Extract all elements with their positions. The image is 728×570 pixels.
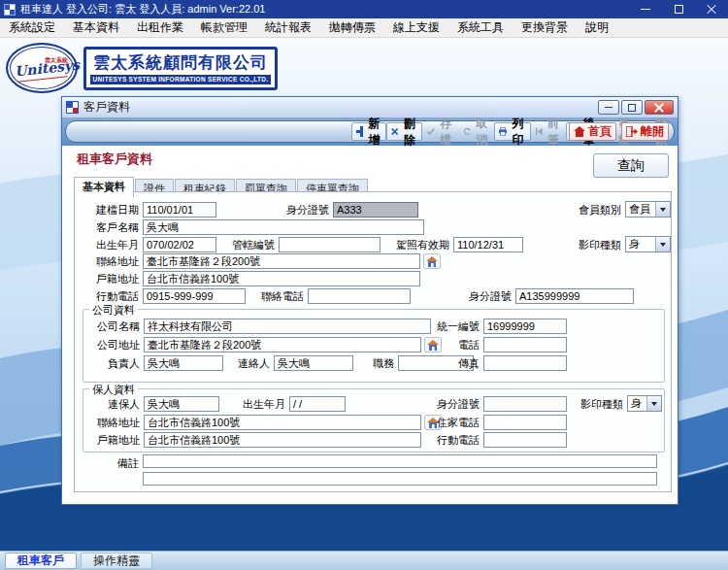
child-window-controls bbox=[598, 100, 678, 115]
contact-address-label: 聯絡地址 bbox=[84, 254, 139, 269]
home-phone-label: 住家電話 bbox=[425, 416, 480, 430]
delete-button[interactable]: 刪除 bbox=[386, 122, 421, 141]
guarantor-name-label: 連保人 bbox=[85, 397, 140, 412]
main-titlebar: 租車達人 登入公司: 雲太 登入人員: admin Ver:22.01 bbox=[0, 0, 728, 18]
company-phone-label: 電話 bbox=[425, 338, 480, 352]
minimize-icon bbox=[641, 9, 650, 10]
maximize-button[interactable] bbox=[662, 0, 695, 18]
add-button[interactable]: 新增 bbox=[351, 122, 386, 141]
member-type-label: 會員類別 bbox=[565, 203, 621, 218]
query-button[interactable]: 查詢 bbox=[593, 153, 669, 178]
company-name-label: 公司名稱 bbox=[85, 319, 140, 334]
home-icon bbox=[574, 126, 585, 137]
id-number-label: 身分證號 bbox=[457, 289, 512, 304]
window-controls bbox=[629, 0, 728, 18]
chevron-down-icon bbox=[646, 396, 661, 411]
minimize-button[interactable] bbox=[629, 0, 662, 18]
contact-address-input[interactable] bbox=[143, 253, 420, 269]
guarantor-birth-input[interactable] bbox=[289, 396, 346, 412]
guarantor-contact-address-label: 聯絡地址 bbox=[85, 416, 140, 430]
taskbar-item-rental-customer[interactable]: 租車客戶 bbox=[5, 553, 77, 569]
main-window-title: 租車達人 登入公司: 雲太 登入人員: admin Ver:22.01 bbox=[20, 2, 265, 17]
tab-basic-data[interactable]: 基本資料 bbox=[74, 177, 134, 197]
home-button[interactable]: 首頁 bbox=[569, 122, 616, 141]
menu-item-rental-ops[interactable]: 出租作業 bbox=[128, 17, 192, 38]
menu-item-system-settings[interactable]: 系統設定 bbox=[0, 17, 64, 38]
menu-item-accounts[interactable]: 帳款管理 bbox=[192, 17, 256, 38]
print-button[interactable]: 列印 bbox=[494, 122, 530, 141]
guarantor-id-label: 身分證號 bbox=[425, 397, 480, 412]
fax-input[interactable] bbox=[483, 355, 567, 371]
unitesys-oval-logo-icon: Unitesys 雲太系統 bbox=[6, 43, 78, 93]
guarantor-name-input[interactable] bbox=[144, 396, 219, 412]
home-phone-input[interactable] bbox=[483, 415, 567, 430]
owner-label: 負責人 bbox=[85, 356, 140, 371]
company-logo: Unitesys 雲太系統 雲太系統顧問有限公司 UNITESYS SYSTEM… bbox=[6, 43, 278, 93]
contact-person-input[interactable] bbox=[274, 355, 353, 371]
id-number-input[interactable] bbox=[515, 288, 634, 304]
contact-phone-input[interactable] bbox=[308, 288, 411, 304]
close-icon bbox=[707, 5, 716, 15]
menu-item-vouchers[interactable]: 拋轉傳票 bbox=[320, 17, 384, 38]
house-icon bbox=[426, 256, 438, 267]
menu-item-help[interactable]: 說明 bbox=[577, 17, 617, 38]
company-address-label: 公司地址 bbox=[85, 338, 140, 352]
x-icon bbox=[391, 126, 398, 137]
copy-type-select[interactable]: 身 bbox=[625, 236, 671, 252]
menu-item-system-tools[interactable]: 系統工具 bbox=[448, 17, 513, 38]
company-address-input[interactable] bbox=[144, 337, 421, 352]
undo-icon bbox=[463, 126, 471, 137]
jurisdiction-input[interactable] bbox=[279, 237, 381, 252]
remark-line1-input[interactable] bbox=[143, 454, 657, 468]
child-close-button[interactable] bbox=[645, 100, 674, 115]
map-home-button[interactable] bbox=[423, 253, 441, 269]
guarantor-registered-address-input[interactable] bbox=[144, 432, 421, 448]
child-maximize-icon bbox=[628, 104, 636, 112]
job-title-label: 職務 bbox=[357, 356, 394, 371]
copy-type-label: 影印種類 bbox=[565, 238, 621, 252]
guarantor-section-title: 保人資料 bbox=[89, 383, 138, 397]
company-name-input[interactable] bbox=[144, 319, 431, 334]
mobile-input[interactable] bbox=[143, 288, 246, 304]
guarantor-mobile-input[interactable] bbox=[483, 432, 567, 448]
previous-record-button[interactable]: 前筆 bbox=[531, 122, 566, 141]
owner-input[interactable] bbox=[144, 355, 223, 371]
menu-item-online-support[interactable]: 線上支援 bbox=[384, 17, 448, 38]
contact-phone-label: 聯絡電話 bbox=[249, 289, 304, 304]
plus-icon bbox=[356, 126, 363, 137]
guarantor-birth-label: 出生年月 bbox=[231, 397, 285, 412]
check-icon bbox=[427, 126, 435, 137]
chevron-down-icon bbox=[655, 237, 670, 251]
company-section-title: 公司資料 bbox=[89, 303, 138, 318]
remark-line2-input[interactable] bbox=[143, 472, 657, 486]
id-locked-label: 身分證號 bbox=[275, 203, 329, 218]
menu-item-reports[interactable]: 統計報表 bbox=[256, 17, 320, 38]
guarantor-copy-type-select[interactable]: 身 bbox=[627, 395, 662, 412]
menu-item-basic-data[interactable]: 基本資料 bbox=[64, 17, 128, 38]
member-type-select[interactable]: 會員 bbox=[625, 201, 671, 218]
prev-icon bbox=[536, 126, 543, 137]
menu-item-change-background[interactable]: 更換背景 bbox=[513, 17, 577, 38]
guarantor-contact-address-input[interactable] bbox=[144, 415, 421, 430]
created-date-input[interactable] bbox=[143, 202, 216, 218]
guarantor-registered-address-label: 戶籍地址 bbox=[85, 433, 140, 448]
company-phone-input[interactable] bbox=[483, 337, 567, 352]
registered-address-input[interactable] bbox=[143, 271, 420, 286]
birth-date-label: 出生年月 bbox=[84, 238, 139, 252]
save-button[interactable]: 存檔 bbox=[422, 122, 458, 141]
tax-id-input[interactable] bbox=[483, 319, 567, 334]
exit-button[interactable]: 離開 bbox=[621, 122, 669, 141]
license-expiry-input[interactable] bbox=[453, 237, 523, 252]
logo-mini-text: 雲太系統 bbox=[45, 56, 68, 65]
company-name-zh: 雲太系統顧問有限公司 bbox=[90, 51, 271, 74]
child-minimize-button[interactable] bbox=[598, 100, 619, 115]
cancel-button[interactable]: 取消 bbox=[458, 122, 494, 141]
customer-name-input[interactable] bbox=[143, 219, 424, 235]
taskbar-item-operation-wizard[interactable]: 操作精靈 bbox=[81, 553, 152, 569]
close-button[interactable] bbox=[695, 0, 728, 18]
id-locked-input bbox=[333, 202, 418, 218]
guarantor-id-input[interactable] bbox=[483, 396, 567, 412]
child-window-icon bbox=[66, 101, 79, 114]
birth-date-input[interactable] bbox=[143, 237, 216, 252]
child-maximize-button[interactable] bbox=[621, 100, 643, 115]
